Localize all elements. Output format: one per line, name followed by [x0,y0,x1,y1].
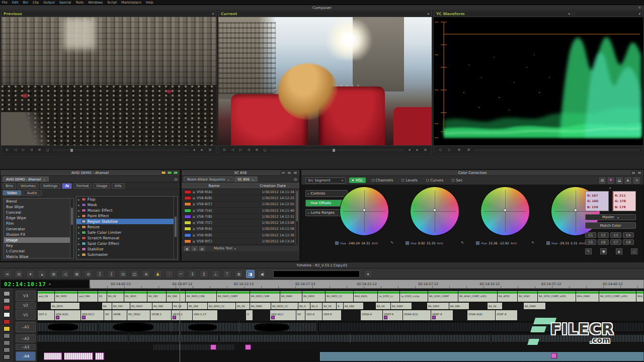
effect-row[interactable]: ▶ Mosaic Effect [76,208,177,213]
ribbon-tab[interactable]: Usage [93,183,110,189]
track-button-a4[interactable]: ◂A4 [16,351,36,361]
menu-item[interactable]: Bin [23,1,28,5]
effect-row[interactable]: ▶ Flop [76,197,177,202]
color-wheel[interactable] [340,187,388,235]
timeline-clip[interactable]: aud_09 [38,291,55,302]
transport-button-icon[interactable]: ◂ [191,148,197,152]
table-row[interactable]: ▦ V58-7(A) 1/30/2012 14:11:40 [182,208,299,214]
timeline-clip[interactable]: RA_2900_CC [208,302,236,310]
timeline-tool-icon[interactable]: ▴ [38,270,46,278]
sc-bin-titlebar[interactable]: SC 856 – ▫ × [182,170,299,176]
transport-button-icon[interactable]: ◁ [437,148,443,152]
ribbon-tab[interactable]: fx [62,183,72,189]
column-name[interactable]: Name [182,184,247,188]
timeline-tool-icon[interactable]: ⊠ [72,270,81,278]
timeline-clip[interactable]: K8_3600 [127,310,150,321]
timeline-clip[interactable] [38,302,51,310]
timeline-clip[interactable]: RA_098 [449,302,469,310]
timeline-clip[interactable]: V64B [112,310,127,321]
timeline-clip[interactable] [342,310,361,321]
timeline-clip[interactable]: RA_0 [310,302,323,310]
transport-button-icon[interactable]: ▷ [447,148,452,152]
transport-button-icon[interactable]: ≡ [254,148,260,152]
menu-item[interactable]: Clip [33,1,39,5]
view-mode-icon[interactable]: ▦ [184,246,190,251]
timeline-side-icon[interactable] [4,326,10,331]
eyedropper-icon[interactable]: ✎ [461,241,464,245]
color-correction-titlebar[interactable]: Color Correction ▫ × [301,170,643,176]
cc-mode-tab[interactable]: Curves [424,177,446,183]
playhead[interactable] [180,280,180,362]
timeline-tool-icon[interactable]: ⌐ [177,270,185,278]
table-row[interactable]: ▦ V58-6(C) 1/30/2012 14:12:55 [182,202,299,208]
pink-clip[interactable] [64,352,93,360]
timeline-clip[interactable]: V82-4(C) [270,310,296,321]
timeline-side-icon[interactable] [4,291,10,296]
track-button-a2[interactable]: ◂A2 [16,334,36,342]
timeline-side-icon[interactable] [4,340,10,345]
effect-row[interactable]: ▶ Paint Effect [76,213,177,219]
pink-clip[interactable] [44,352,62,360]
transport-button-icon[interactable]: ◂ [407,148,412,152]
table-row[interactable]: ▦ V58-7(C) 1/30/2012 14:13:08 [182,220,299,226]
menu-item[interactable]: Edit [12,1,19,5]
scope-secondary-header[interactable]: ▾ [574,11,643,17]
timeline-tool-icon[interactable]: } [96,270,104,278]
effect-category-row[interactable]: Blend [4,199,73,204]
close-button[interactable]: × [637,171,642,174]
enable-icon[interactable] [476,241,479,245]
bin-tab[interactable]: Room Attack Sequence × [184,176,233,182]
sat-value[interactable]: 2.31 [571,241,578,245]
cc-tool-icon[interactable]: ● [600,248,607,254]
maximize-button[interactable]: ▫ [287,171,292,174]
transport-button-icon[interactable]: ⊘ [207,148,213,152]
toolbar-icon[interactable]: ⬓ [616,177,622,184]
timeline-side-icon[interactable] [4,305,10,310]
menu-item[interactable]: File [2,1,8,5]
timeline-clip[interactable]: V58T-4 [383,310,403,321]
timeline-side-icon[interactable] [4,319,10,324]
transport-button-icon[interactable]: ⊏ [5,148,10,152]
toolbar-icon[interactable]: ◔ [633,177,639,184]
cc-tool-icon[interactable]: ◻ [631,248,637,254]
transport-button-icon[interactable]: ⊘ [466,148,471,152]
menu-item[interactable]: Script [107,1,117,5]
timeline-tool-icon[interactable]: ! [165,270,174,278]
effect-category-row[interactable]: Generator [4,226,73,232]
chevron-down-icon[interactable]: ▾ [568,12,570,16]
timeline-clip[interactable]: RAX_0980 [576,291,599,302]
timeline-clip[interactable]: RA [102,302,112,310]
scrollbar-thumb[interactable] [71,208,73,225]
timeline-clip[interactable]: RA_1030_COMP [428,291,458,302]
correction-preset-button[interactable]: C1 [585,232,596,238]
transport-button-icon[interactable]: ≡ [456,148,462,152]
effect-row[interactable]: ▶ Stabilize [76,246,177,252]
effect-row[interactable]: ▶ Safe Color Limiter [76,230,177,235]
close-icon[interactable]: × [252,178,254,182]
color-wheel[interactable] [411,187,459,235]
timeline-clip[interactable]: RA_098 [188,302,208,310]
timeline-clip[interactable]: RA_1040 [518,291,538,302]
subtab[interactable]: Audio [23,190,42,196]
track-button-a3[interactable]: ◂A3 [16,344,36,350]
timeline-clip[interactable]: V63B-1 [150,310,172,321]
timeline-clip[interactable]: RA_0900_COMP [217,291,250,302]
timeline-clip[interactable]: RA_2850 [51,302,80,310]
color-swatch-target[interactable]: R: 211 G: 178 B: 178 [612,191,636,211]
timeline-side-icon[interactable] [4,298,10,303]
transport-button-icon[interactable]: ◁ [13,148,18,152]
track-button-v3[interactable]: V3 [16,291,36,301]
ribbon-tab[interactable]: Format [73,183,92,189]
timeline-clip[interactable]: V [246,310,253,321]
timeline-ruler[interactable]: 02:14:02:1202:14:07:1202:14:12:1202:14:1… [90,280,644,289]
effect-row[interactable]: ▶ Mask [76,202,177,208]
timeline-side-icon[interactable] [4,354,10,359]
effect-category-row[interactable]: Matrix Wipe [4,254,73,258]
timeline-clip[interactable]: K4 [296,310,305,321]
match-color-button[interactable]: Match Color [585,222,636,229]
ribbon-tab[interactable]: Info [112,183,124,189]
effect-row[interactable]: ▶ Scratch Removal [76,235,177,241]
menu-item[interactable]: Marketplace [121,1,141,5]
timeline-clip[interactable]: RAX_0960 [636,291,644,302]
position-slider[interactable] [474,149,639,151]
